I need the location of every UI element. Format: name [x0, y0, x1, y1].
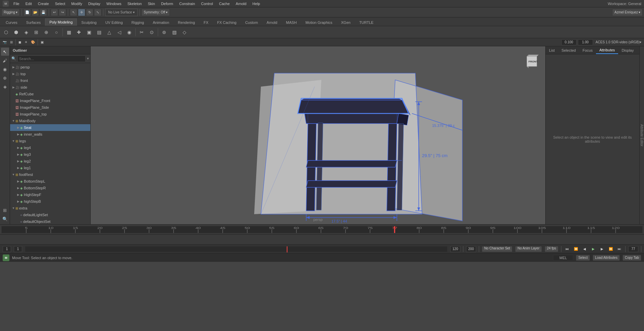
target-weld-btn[interactable]: ⊙	[147, 28, 156, 37]
menu-modify[interactable]: Modify	[68, 1, 85, 6]
fps-btn[interactable]: 24 fps	[545, 246, 558, 252]
tab-rigging[interactable]: Rigging	[127, 19, 148, 26]
tab-arnold[interactable]: Arnold	[262, 19, 282, 26]
tab-turtle[interactable]: TURTLE	[355, 19, 378, 26]
prev-key-btn[interactable]: ⏪	[573, 246, 579, 252]
wedge-btn[interactable]: ◁	[114, 28, 124, 37]
outliner-item-imageplane-top[interactable]: 🖼 ImagePlane_top	[10, 111, 90, 117]
frame-end2-input[interactable]	[466, 246, 476, 252]
prev-frame-btn[interactable]: ◀	[582, 246, 588, 252]
lt-search-btn[interactable]: 🔍	[1, 215, 9, 223]
vp-color-btn[interactable]: 🎨	[30, 39, 36, 45]
outliner-item-inner-walls[interactable]: ▶ ◈ inner_walls	[10, 131, 90, 138]
live-surface-btn[interactable]: No Live Surface ▾	[105, 9, 138, 16]
expand-icon[interactable]: ▶	[16, 126, 20, 129]
expand-icon[interactable]: ▶	[16, 133, 20, 136]
multi-cut-btn[interactable]: ✂	[137, 28, 146, 37]
copy-tab-btn[interactable]: Copy Tab	[623, 255, 641, 261]
select-btn[interactable]: Select	[576, 255, 590, 261]
menu-select[interactable]: Select	[52, 1, 68, 6]
rp-tab-display[interactable]: Display	[618, 47, 637, 54]
lt-grid-btn[interactable]: ⊞	[1, 206, 9, 214]
save-scene-btn[interactable]: 💾	[40, 9, 47, 16]
tab-poly-modeling[interactable]: Poly Modeling	[45, 18, 77, 26]
load-attributes-btn[interactable]: Load Attributes	[593, 255, 620, 261]
menu-cache[interactable]: Cache	[216, 1, 232, 6]
outliner-item-imageplane-front[interactable]: 🖼 ImagePlane_Front	[10, 97, 90, 104]
outliner-item-defaultlightset[interactable]: ○ defaultLightSet	[10, 211, 90, 218]
scene-viewport[interactable]: 29.5" | 75 cm 17.5" | 44 15.375" | 39 c	[91, 46, 545, 224]
expand-icon[interactable]: ▶	[11, 72, 15, 76]
current-frame-display[interactable]	[628, 246, 638, 252]
expand-icon[interactable]: ▶	[16, 193, 20, 196]
rp-tab-focus[interactable]: Focus	[579, 47, 596, 54]
scale-tool-btn[interactable]: ⤡	[94, 9, 101, 16]
select-tool-btn[interactable]: ↖	[70, 9, 77, 16]
menu-arnold[interactable]: Arnold	[233, 1, 249, 6]
tab-xgen[interactable]: XGen	[337, 19, 355, 26]
redo-btn[interactable]: ↪	[59, 9, 66, 16]
outliner-item-leg2[interactable]: ▶ ◈ leg2	[10, 158, 90, 164]
menu-create[interactable]: Create	[35, 1, 52, 6]
poke-btn[interactable]: △	[104, 28, 114, 37]
go-start-btn[interactable]: ⏮	[564, 246, 570, 252]
outliner-item-mainbody[interactable]: ▼ ⊞ MainBody	[10, 117, 90, 124]
character-set-btn[interactable]: No Character Set	[482, 246, 512, 252]
outliner-item-bottomstepl[interactable]: ▶ ◈ BottomStepL	[10, 178, 90, 185]
outliner-item-highstepb[interactable]: ▶ ◈ highStepB	[10, 198, 90, 205]
tab-sculpting[interactable]: Sculpting	[77, 19, 101, 26]
component-btn[interactable]: ◈	[1, 83, 9, 91]
symmetry-btn[interactable]: Symmetry: Off ▾	[141, 9, 170, 16]
frame-start-input[interactable]	[3, 246, 11, 252]
viewport-area[interactable]: 29.5" | 75 cm 17.5" | 44 15.375" | 39 c	[91, 46, 545, 224]
nav-cube[interactable]: FRONT	[522, 50, 542, 70]
sculpt-btn[interactable]: ◉	[1, 65, 9, 73]
vp-resolution-btn[interactable]: ▣	[39, 39, 45, 45]
expand-icon[interactable]: ▶	[16, 159, 20, 163]
expand-icon[interactable]: ▶	[16, 200, 20, 203]
rp-tab-list[interactable]: List	[546, 47, 558, 54]
renderer-select[interactable]: ACES 1.0 SDR-video (sRGB) ▾	[594, 39, 643, 45]
tab-surfaces[interactable]: Surfaces	[22, 19, 45, 26]
next-frame-btn[interactable]: ▶	[599, 246, 605, 252]
offset-edge-btn[interactable]: ▧	[170, 28, 179, 37]
menu-display[interactable]: Display	[86, 1, 103, 6]
search-dropdown-btn[interactable]: ▾	[87, 56, 89, 61]
outliner-item-imageplane-side[interactable]: 🖼 ImagePlane_Side	[10, 104, 90, 111]
tab-motion-graphics[interactable]: Motion Graphics	[301, 19, 337, 26]
outliner-item-top[interactable]: ▶ 🎥 top	[10, 70, 90, 77]
timeline-ruler[interactable]: 5 10 15 20 25 30 35 40 45 50 55 60 65 70…	[1, 226, 643, 233]
frame-current-input[interactable]	[14, 246, 22, 252]
extrude-btn[interactable]: ⬡	[1, 28, 11, 37]
frame-range-bar[interactable]	[25, 246, 448, 252]
insert-edge-btn[interactable]: ▦	[64, 28, 74, 37]
menu-control[interactable]: Control	[198, 1, 216, 6]
outliner-item-side[interactable]: ▶ 🎥 side	[10, 84, 90, 91]
bevel-btn[interactable]: ◈	[21, 28, 31, 37]
expand-icon[interactable]: ▶	[16, 166, 20, 170]
circularize-btn[interactable]: ⊚	[159, 28, 169, 37]
menu-skeleton[interactable]: Skeleton	[125, 1, 144, 6]
vp-grid-btn[interactable]: ⊞	[9, 39, 14, 45]
outliner-item-persp[interactable]: ▶ 🎥 persp	[10, 64, 90, 70]
frame-end-input[interactable]	[450, 246, 460, 252]
outliner-item-defaultobjectset[interactable]: ○ defaultObjectSet	[10, 218, 90, 224]
connect-btn[interactable]: ✚	[74, 28, 84, 37]
near-clip-input[interactable]	[561, 39, 577, 45]
expand-icon[interactable]: ▶	[11, 65, 15, 69]
move-tool-btn[interactable]: ✛	[78, 9, 85, 16]
expand-icon[interactable]: ▶	[11, 86, 15, 89]
outliner-item-bottomstepr[interactable]: ▶ ◈ BottomStepR	[10, 185, 90, 191]
expand-icon[interactable]: ▶	[16, 146, 20, 149]
outliner-item-legs[interactable]: ▼ ⊞ legs	[10, 138, 90, 144]
user-btn[interactable]: Azmel Enriquez ▾	[612, 9, 643, 16]
expand-icon[interactable]: ▼	[11, 139, 15, 143]
outliner-search-input[interactable]	[17, 55, 86, 62]
next-key-btn[interactable]: ⏩	[608, 246, 614, 252]
tab-animation[interactable]: Animation	[148, 19, 174, 26]
tab-curves[interactable]: Curves	[1, 19, 22, 26]
attribute-editor-sidebar[interactable]: Attribute Editor	[639, 46, 644, 224]
fill-hole-btn[interactable]: ▣	[84, 28, 94, 37]
anim-layer-btn[interactable]: No Anim Layer	[515, 246, 542, 252]
combine-btn[interactable]: ⊕	[42, 28, 51, 37]
